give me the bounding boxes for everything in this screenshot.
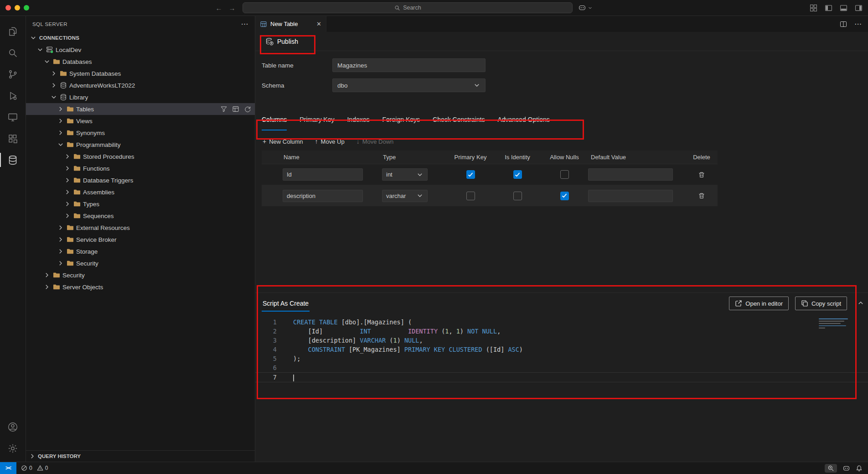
customize-layout-icon[interactable] [810,4,817,12]
tree-item-storage[interactable]: Storage [26,245,255,257]
tree-item-database-triggers[interactable]: Database Triggers [26,174,255,186]
tab-advanced-options[interactable]: Advanced Options [497,113,549,130]
new-column-button[interactable]: + New Column [263,138,303,145]
sidebar-more-actions-icon[interactable]: ⋯ [241,20,248,28]
publish-button[interactable]: Publish [262,35,302,48]
tree-item-server-objects[interactable]: Server Objects [26,281,255,293]
delete-column-trash-icon[interactable] [686,192,718,199]
chevron-right-icon[interactable] [64,177,71,184]
schema-select[interactable]: dbo [332,78,486,92]
allow-nulls-checkbox[interactable] [560,170,569,179]
chevron-right-icon[interactable] [64,212,71,219]
query-history-section[interactable]: QUERY HISTORY [26,450,255,462]
tree-item-databases[interactable]: Databases [26,56,255,68]
code-line-1[interactable]: 1CREATE TABLE [dbo].[Magazines] ( [255,318,868,327]
tree-item-security[interactable]: Security [26,257,255,269]
is-identity-checkbox[interactable] [513,192,522,200]
chevron-right-icon[interactable] [43,283,51,291]
close-window-button[interactable] [5,5,11,10]
collapse-panel-icon[interactable] [857,299,864,307]
toggle-secondary-sidebar-icon[interactable] [855,4,863,12]
tree-item-synonyms[interactable]: Synonyms [26,127,255,139]
tree-item-stored-procedures[interactable]: Stored Procedures [26,151,255,162]
primary-key-checkbox[interactable] [466,170,475,179]
script-code-editor[interactable]: 1CREATE TABLE [dbo].[Magazines] (2 [Id] … [255,314,868,382]
explorer-icon[interactable] [0,21,26,42]
copilot-menu-button[interactable] [578,4,593,12]
tree-item-adventureworkslt2022[interactable]: AdventureWorksLT2022 [26,79,255,91]
column-name-input[interactable] [283,168,363,181]
chevron-right-icon[interactable] [50,82,57,89]
split-editor-icon[interactable] [840,21,847,28]
chevron-right-icon[interactable] [43,271,51,279]
column-type-select[interactable]: int [382,168,428,181]
chevron-right-icon[interactable] [64,188,71,196]
tab-columns[interactable]: Columns [262,113,287,130]
problems-status[interactable]: 0 0 [16,465,52,471]
chevron-right-icon[interactable] [64,165,71,172]
tree-item-views[interactable]: Views [26,115,255,127]
refresh-icon[interactable] [244,105,251,113]
tree-item-external-resources[interactable]: External Resources [26,222,255,234]
sql-server-extension-icon[interactable] [0,149,26,171]
chevron-right-icon[interactable] [57,236,64,243]
primary-key-checkbox[interactable] [466,192,475,200]
remote-indicator[interactable]: >< [0,462,16,474]
tree-item-localdev[interactable]: LocalDev [26,44,255,56]
chevron-right-icon[interactable] [57,224,64,231]
tree-item-tables[interactable]: Tables [26,103,255,115]
column-type-select[interactable]: varchar [382,190,428,202]
extensions-icon[interactable] [0,128,26,149]
close-tab-icon[interactable]: ✕ [316,21,321,27]
chevron-right-icon[interactable] [57,105,64,113]
move-down-button[interactable]: ↓ Move Down [356,138,394,145]
source-control-icon[interactable] [0,63,26,85]
tree-item-security[interactable]: Security [26,269,255,281]
tab-foreign-keys[interactable]: Foreign Keys [382,113,420,130]
tree-item-programmability[interactable]: Programmability [26,139,255,151]
filter-icon[interactable] [220,105,227,113]
tree-item-types[interactable]: Types [26,198,255,210]
chevron-right-icon[interactable] [57,129,64,136]
toggle-panel-icon[interactable] [840,4,847,12]
chevron-down-icon[interactable] [36,46,44,53]
tab-primary-key[interactable]: Primary Key [300,113,334,130]
tree-item-sequences[interactable]: Sequences [26,210,255,222]
accounts-icon[interactable] [0,416,26,438]
command-center-search[interactable]: Search [243,2,573,13]
chevron-right-icon[interactable] [64,200,71,208]
table-icon[interactable] [232,105,239,113]
copilot-status-icon[interactable] [842,464,850,472]
chevron-down-icon[interactable] [30,34,37,42]
code-line-3[interactable]: 3 [description] VARCHAR (1) NULL, [255,336,868,345]
tree-item-system-databases[interactable]: System Databases [26,68,255,79]
toggle-primary-sidebar-icon[interactable] [825,4,832,12]
chevron-right-icon[interactable] [50,70,57,77]
column-name-input[interactable] [283,190,363,202]
chevron-right-icon[interactable] [57,248,64,255]
minimize-window-button[interactable] [15,5,20,10]
chevron-right-icon[interactable] [64,153,71,160]
tree-item-assemblies[interactable]: Assemblies [26,186,255,198]
tree-item-connections[interactable]: CONNECTIONS [26,32,255,44]
remote-explorer-icon[interactable] [0,106,26,128]
code-line-6[interactable]: 6 [255,363,868,372]
run-debug-icon[interactable] [0,85,26,106]
copy-script-button[interactable]: Copy script [795,297,847,310]
default-value-input[interactable] [588,190,673,202]
tree-item-library[interactable]: Library [26,91,255,103]
settings-gear-icon[interactable] [0,438,26,459]
chevron-right-icon[interactable] [57,117,64,125]
zoom-status-button[interactable] [825,464,837,473]
search-sidebar-icon[interactable] [0,42,26,63]
editor-more-actions-icon[interactable]: ⋯ [854,20,862,28]
tab-script-as-create[interactable]: Script As Create [262,295,310,312]
open-in-editor-button[interactable]: Open in editor [729,297,789,310]
chevron-right-icon[interactable] [57,260,64,267]
chevron-down-icon[interactable] [50,94,57,101]
tab-new-table[interactable]: New Table ✕ [255,16,326,32]
code-line-2[interactable]: 2 [Id] INT IDENTITY (1, 1) NOT NULL, [255,327,868,336]
code-line-5[interactable]: 5); [255,354,868,363]
notifications-bell-icon[interactable] [856,465,863,472]
tree-item-service-broker[interactable]: Service Broker [26,234,255,245]
